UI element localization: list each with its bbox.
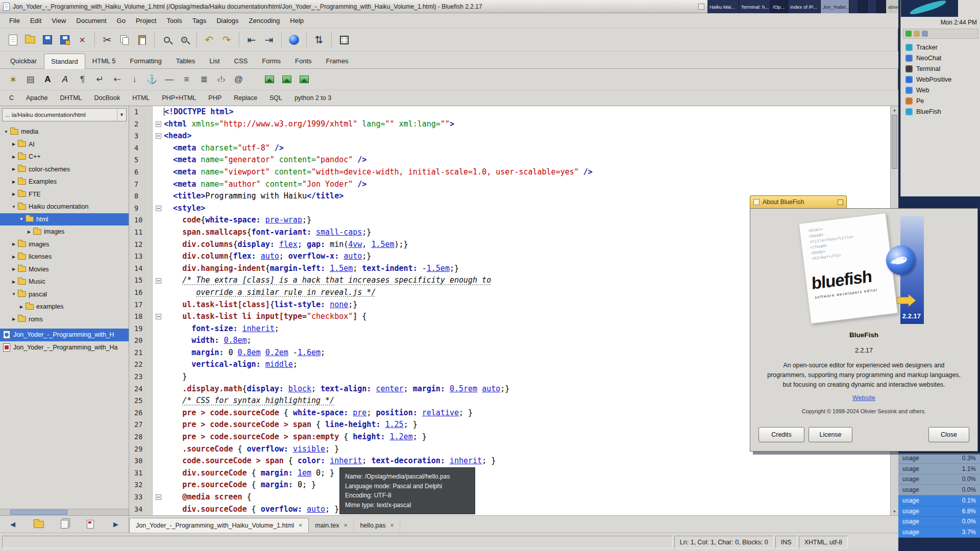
desktop-tab-index-of-p-[interactable]: Index of /P... <box>788 0 821 13</box>
menu-zencoding[interactable]: Zencoding <box>244 15 285 27</box>
tree-item-html[interactable]: ▼html <box>0 213 129 226</box>
tray-volume-icon[interactable] <box>914 31 920 37</box>
italic-button[interactable]: A <box>57 71 73 87</box>
lang-tab-replace[interactable]: Replace <box>228 91 263 105</box>
code-line[interactable]: 7 <meta name="author" content="Jon Yoder… <box>129 179 898 191</box>
save-button[interactable] <box>39 31 56 48</box>
deskbar-app-pe[interactable]: Pe <box>901 95 980 106</box>
code-line[interactable]: 6 <meta name="viewport" content="width=d… <box>129 166 898 179</box>
deskbar-app-neochat[interactable]: NeoChat <box>901 53 980 63</box>
scroll-down-arrow-icon[interactable]: ▼ <box>891 508 898 515</box>
multi-thumbnail-button[interactable] <box>296 71 312 87</box>
code-line[interactable]: 33 @media screen { <box>129 491 898 504</box>
tab-forms[interactable]: Forms <box>255 53 288 68</box>
cut-button[interactable]: ✂ <box>99 31 116 48</box>
tree-item-fte[interactable]: ▶FTE <box>0 188 129 201</box>
collapse-arrow-icon[interactable]: ▼ <box>11 292 17 296</box>
file-item[interactable]: Jon_Yoder_-_Programming_with_H <box>0 329 129 341</box>
menu-tools[interactable]: Tools <box>161 15 187 27</box>
redo-button[interactable]: ↷ <box>218 31 235 48</box>
expand-arrow-icon[interactable]: ▶ <box>26 230 32 234</box>
window-titlebar[interactable]: Jon_Yoder_-_Programming_with_Haiku_Volum… <box>0 0 707 13</box>
tree-item-c-[interactable]: ▶C++ <box>0 151 129 163</box>
menu-view[interactable]: View <box>46 15 71 27</box>
center-button[interactable]: ≡ <box>179 71 194 87</box>
anchor-button[interactable]: ⚓ <box>144 71 160 87</box>
email-button[interactable]: @ <box>231 71 247 87</box>
fold-gutter[interactable] <box>153 311 164 323</box>
deskbar-app-tracker[interactable]: Tracker <box>901 42 980 53</box>
desktop-tab-blank[interactable] <box>859 0 868 13</box>
expand-arrow-icon[interactable]: ▶ <box>11 180 17 184</box>
tab-tables[interactable]: Tables <box>169 53 203 68</box>
sidebar-horizontal-scrollbar[interactable] <box>0 509 129 515</box>
close-button[interactable]: × <box>74 31 91 48</box>
fold-gutter[interactable] <box>153 203 164 215</box>
menu-dialogs[interactable]: Dialogs <box>211 15 243 27</box>
code-line[interactable]: 2<html xmlns="http://www.w3.org/1999/xht… <box>129 118 898 131</box>
scrollbar-thumb[interactable] <box>892 115 897 169</box>
fold-gutter[interactable] <box>153 130 164 142</box>
collapse-arrow-icon[interactable]: ▼ <box>3 130 9 134</box>
desktop-tab-haiku-mai-[interactable]: Haiku Mai... <box>707 0 739 13</box>
menu-tags[interactable]: Tags <box>187 15 211 27</box>
find-button[interactable] <box>158 31 176 48</box>
thumbnail-button[interactable] <box>261 71 277 87</box>
scrollbar-thumb[interactable] <box>10 510 67 515</box>
new-document-button[interactable] <box>4 31 21 48</box>
tree-item-ai[interactable]: ▶AI <box>0 138 129 151</box>
code-line[interactable]: 32 pre.sourceCode { margin: 0; } <box>129 479 898 491</box>
previous-document-button[interactable]: ◀ <box>6 518 19 531</box>
window-zoom-button[interactable] <box>698 4 704 10</box>
tree-item-media[interactable]: ▼media <box>0 126 129 138</box>
tree-item-images[interactable]: ▶images <box>0 238 129 251</box>
rule-button[interactable]: ― <box>161 71 177 87</box>
break-clear-button[interactable]: ⇠ <box>109 71 125 87</box>
deskbar-app-web[interactable]: Web <box>901 85 980 95</box>
paragraph-button[interactable]: ¶ <box>75 71 90 87</box>
indent-button[interactable]: ⇥ <box>260 31 278 48</box>
code-line[interactable]: 34 div.sourceCode { overflow: auto; } <box>129 504 898 515</box>
tab-standard[interactable]: Standard <box>44 54 85 69</box>
bookmarks-button[interactable] <box>84 518 97 531</box>
tray-network-icon[interactable] <box>922 31 928 37</box>
fold-gutter[interactable] <box>153 274 164 287</box>
code-line[interactable]: 4 <meta charset="utf-8" /> <box>129 142 898 155</box>
fold-marker-icon[interactable] <box>156 133 161 139</box>
doc-tab-main-tex[interactable]: main.tex× <box>309 518 354 533</box>
lang-tab-apache[interactable]: Apache <box>20 91 54 105</box>
desktop-tab-terminal-h-[interactable]: Terminal: h... <box>739 0 771 13</box>
expand-arrow-icon[interactable]: ▶ <box>11 192 17 196</box>
expand-arrow-icon[interactable]: ▶ <box>11 167 17 171</box>
tree-item-pascal[interactable]: ▼pascal <box>0 288 129 301</box>
tab-html-5[interactable]: HTML 5 <box>85 53 123 68</box>
close-tab-icon[interactable]: × <box>299 522 302 529</box>
menu-help[interactable]: Help <box>285 15 309 27</box>
code-line[interactable]: 1<!DOCTYPE html> <box>129 106 898 118</box>
save-as-button[interactable] <box>56 31 74 48</box>
menu-edit[interactable]: Edit <box>25 15 46 27</box>
nbsp-button[interactable]: ↓ <box>127 71 142 87</box>
deskbar-app-terminal[interactable]: Terminal <box>901 63 980 74</box>
collapse-arrow-icon[interactable]: ▼ <box>11 205 17 209</box>
lang-tab-php-html[interactable]: PHP+HTML <box>156 91 202 105</box>
expand-arrow-icon[interactable]: ▶ <box>11 267 17 271</box>
close-tab-icon[interactable]: × <box>344 522 347 529</box>
fold-marker-icon[interactable] <box>156 278 161 284</box>
lang-tab-docbook[interactable]: DocBook <box>88 91 127 105</box>
undo-button[interactable]: ↶ <box>201 31 218 48</box>
bold-button[interactable]: A <box>40 71 56 87</box>
tree-item-examples[interactable]: ▶examples <box>0 300 129 313</box>
fold-gutter[interactable] <box>153 491 164 504</box>
doc-tab-hello-pas[interactable]: hello.pas× <box>354 518 400 533</box>
about-dialog-titlebar[interactable]: About BlueFish <box>750 195 847 208</box>
tab-css[interactable]: CSS <box>227 53 255 68</box>
find-replace-button[interactable] <box>176 31 193 48</box>
code-line[interactable]: 5 <meta name="generator" content="pandoc… <box>129 154 898 166</box>
file-browser-button[interactable] <box>32 518 45 531</box>
lang-tab-php[interactable]: PHP <box>202 91 228 105</box>
desktop-tab-blank[interactable] <box>868 0 877 13</box>
code-line[interactable]: 3<head> <box>129 130 898 142</box>
file-item[interactable]: Jon_Yoder_-_Programming_with_Ha <box>0 341 129 354</box>
next-document-button[interactable]: ▶ <box>109 518 122 531</box>
